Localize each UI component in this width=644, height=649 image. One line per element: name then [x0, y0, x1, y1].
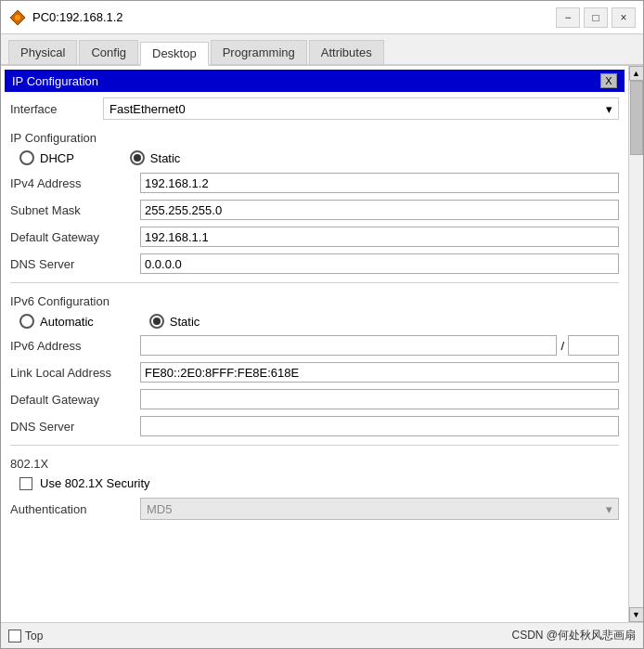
- ipv6-static-radio-button[interactable]: [149, 314, 164, 329]
- auth-dropdown-icon: ▾: [606, 502, 612, 516]
- interface-value: FastEthernet0: [109, 102, 186, 116]
- interface-row: Interface FastEthernet0 ▾: [5, 94, 625, 123]
- tab-programming[interactable]: Programming: [211, 40, 307, 64]
- scroll-up-button[interactable]: ▲: [629, 66, 644, 81]
- dhcp-radio-item[interactable]: DHCP: [19, 150, 74, 165]
- window-title: PC0:192.168.1.2: [32, 10, 556, 24]
- tab-config[interactable]: Config: [79, 40, 138, 64]
- interface-select[interactable]: FastEthernet0 ▾: [103, 97, 619, 120]
- ipv6-gateway-row: Default Gateway: [1, 386, 628, 412]
- tab-physical[interactable]: Physical: [8, 40, 77, 64]
- ipv4-radio-row: DHCP Static: [1, 147, 628, 169]
- window-close-button[interactable]: ×: [612, 7, 636, 28]
- ipv4-dns-row: DNS Server: [1, 251, 628, 277]
- status-left: Top: [8, 630, 43, 643]
- link-local-label: Link Local Address: [10, 366, 140, 380]
- ipv4-dns-label: DNS Server: [10, 257, 140, 271]
- dhcp-radio-button[interactable]: [19, 150, 34, 165]
- ipv6-input-group: /: [140, 335, 619, 356]
- link-local-input[interactable]: [140, 362, 619, 383]
- ipv4-gateway-input[interactable]: [140, 227, 619, 247]
- dhcp-label: DHCP: [40, 151, 74, 165]
- ipv4-address-label: IPv4 Address: [10, 176, 140, 190]
- maximize-button[interactable]: □: [584, 7, 608, 28]
- section-divider-1: [10, 282, 619, 283]
- status-watermark: CSDN @何处秋风悲画扇: [511, 628, 636, 643]
- window-controls: − □ ×: [556, 7, 636, 28]
- ip-config-header: IP Configuration X: [5, 70, 625, 92]
- main-window: PC0:192.168.1.2 − □ × Physical Config De…: [0, 0, 644, 649]
- ipv6-radio-row: Automatic Static: [1, 310, 628, 332]
- ipv6-dns-row: DNS Server: [1, 413, 628, 439]
- tab-desktop[interactable]: Desktop: [140, 42, 209, 66]
- ipv6-dns-input[interactable]: [140, 416, 619, 436]
- svg-point-1: [15, 15, 20, 20]
- auth-label: Authentication: [10, 502, 140, 516]
- minimize-button[interactable]: −: [556, 7, 580, 28]
- ipv6-static-label: Static: [170, 315, 200, 329]
- interface-label: Interface: [10, 102, 103, 116]
- ipv4-dns-input[interactable]: [140, 253, 619, 274]
- ipv4-gateway-row: Default Gateway: [1, 224, 628, 250]
- ipv6-static-radio-item[interactable]: Static: [149, 314, 200, 329]
- ipv4-gateway-label: Default Gateway: [10, 230, 140, 244]
- title-bar: PC0:192.168.1.2 − □ ×: [1, 1, 643, 34]
- ipv6-address-label: IPv6 Address: [10, 339, 140, 353]
- subnet-mask-label: Subnet Mask: [10, 203, 140, 217]
- content-area: IP Configuration X Interface FastEtherne…: [1, 66, 643, 622]
- automatic-label: Automatic: [40, 315, 94, 329]
- ipv6-address-input[interactable]: [140, 335, 557, 356]
- 8021x-checkbox[interactable]: [19, 477, 32, 490]
- scroll-track[interactable]: [629, 81, 643, 607]
- ipv4-section-title: IP Configuration: [1, 125, 628, 147]
- scroll-thumb[interactable]: [630, 81, 643, 155]
- 8021x-label: Use 802.1X Security: [40, 476, 150, 490]
- auth-value: MD5: [147, 502, 172, 516]
- status-top-label: Top: [25, 630, 43, 643]
- scroll-down-button[interactable]: ▼: [629, 607, 644, 622]
- status-bar: Top CSDN @何处秋风悲画扇: [1, 622, 643, 648]
- interface-dropdown-icon: ▾: [606, 102, 612, 116]
- ipv4-static-radio-item[interactable]: Static: [130, 150, 181, 165]
- ipv6-gateway-label: Default Gateway: [10, 393, 140, 407]
- ipv6-slash-separator: /: [560, 339, 564, 353]
- vertical-scrollbar[interactable]: ▲ ▼: [628, 66, 643, 622]
- status-checkbox[interactable]: [8, 630, 21, 643]
- ipv4-static-label: Static: [150, 151, 181, 165]
- section-divider-2: [10, 445, 619, 446]
- tab-attributes[interactable]: Attributes: [309, 40, 384, 64]
- ipv6-prefix-input[interactable]: [568, 335, 619, 356]
- 8021x-section-title: 802.1X: [1, 451, 628, 473]
- ipv6-address-row: IPv6 Address /: [1, 332, 628, 358]
- ip-config-close-button[interactable]: X: [600, 73, 617, 88]
- ipv6-dns-label: DNS Server: [10, 420, 140, 434]
- ipv6-gateway-input[interactable]: [140, 389, 619, 409]
- scroll-content[interactable]: IP Configuration X Interface FastEtherne…: [1, 66, 628, 622]
- auth-row: Authentication MD5 ▾: [1, 495, 628, 523]
- link-local-row: Link Local Address: [1, 359, 628, 385]
- automatic-radio-item[interactable]: Automatic: [19, 314, 94, 329]
- app-icon: [8, 8, 27, 27]
- auth-select: MD5 ▾: [140, 498, 619, 520]
- ipv4-address-input[interactable]: [140, 173, 619, 193]
- ipv4-static-radio-button[interactable]: [130, 150, 145, 165]
- automatic-radio-button[interactable]: [19, 314, 34, 329]
- ipv6-section-title: IPv6 Configuration: [1, 289, 628, 310]
- subnet-mask-input[interactable]: [140, 200, 619, 220]
- tab-bar: Physical Config Desktop Programming Attr…: [1, 34, 643, 66]
- subnet-mask-row: Subnet Mask: [1, 197, 628, 223]
- ip-config-title: IP Configuration: [12, 74, 98, 88]
- ipv4-address-row: IPv4 Address: [1, 170, 628, 196]
- 8021x-checkbox-row: Use 802.1X Security: [1, 473, 628, 494]
